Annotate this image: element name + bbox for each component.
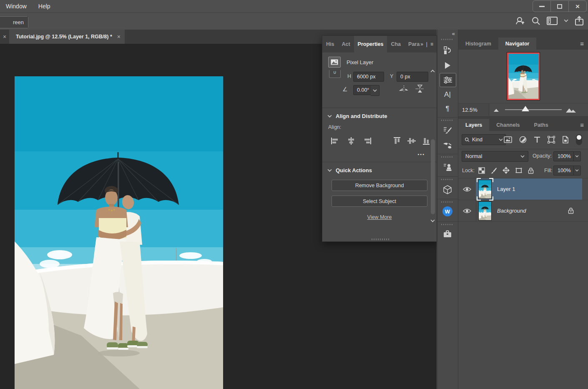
zoom-in-icon[interactable] — [565, 106, 576, 113]
fill-input[interactable]: 100% — [553, 166, 581, 176]
libraries-panel-icon[interactable] — [440, 227, 455, 241]
tab-overflow-icon[interactable]: » — [420, 41, 423, 47]
align-more-options-icon[interactable]: ••• — [322, 145, 437, 157]
navigator-proxy-view[interactable] — [507, 53, 540, 100]
clone-source-panel-icon[interactable] — [440, 161, 455, 174]
filter-adjustment-layers-icon[interactable] — [519, 136, 527, 143]
lock-transparency-icon[interactable] — [478, 167, 485, 174]
dock-grip[interactable] — [441, 224, 454, 225]
expand-panels-icon[interactable]: « — [452, 30, 455, 37]
blend-mode-dropdown[interactable]: Normal — [462, 151, 528, 162]
flip-horizontal-icon[interactable] — [399, 85, 409, 93]
share-profile-icon[interactable] — [515, 16, 525, 26]
paragraph-panel-icon[interactable]: ¶ — [440, 102, 455, 115]
align-bottom-icon[interactable] — [422, 137, 430, 145]
scrollbar-thumb[interactable] — [431, 139, 435, 214]
lock-all-icon[interactable] — [528, 167, 534, 174]
zoom-slider-track[interactable] — [505, 109, 562, 110]
layers-menu-icon[interactable]: ≡ — [580, 121, 584, 128]
restore-button[interactable] — [550, 1, 568, 12]
minimize-button[interactable] — [533, 1, 550, 12]
scroll-down-icon[interactable] — [430, 219, 435, 223]
navigator-menu-icon[interactable]: ≡ — [580, 40, 584, 47]
fit-screen-button-partial[interactable]: reen — [0, 16, 28, 28]
opacity-input[interactable]: 100% — [553, 151, 581, 161]
align-left-icon[interactable] — [331, 137, 340, 145]
align-right-icon[interactable] — [362, 137, 372, 145]
properties-scrollbar[interactable] — [430, 69, 436, 223]
properties-panel-icon[interactable] — [440, 73, 456, 87]
align-section-header[interactable]: Align and Distribute — [322, 108, 437, 121]
filter-smart-objects-icon[interactable] — [562, 136, 569, 143]
filter-shape-layers-icon[interactable] — [548, 136, 555, 143]
dock-grip[interactable] — [441, 179, 454, 180]
filter-kind-dropdown[interactable]: Kind — [462, 134, 506, 145]
view-more-link[interactable]: View More — [322, 214, 437, 220]
tab-channels[interactable]: Cha — [387, 36, 405, 53]
dock-grip[interactable] — [441, 156, 454, 158]
filter-toggle-switch[interactable] — [576, 134, 582, 145]
layer-row-layer1[interactable]: Layer 1 — [458, 178, 588, 200]
panel-resize-grip[interactable] — [372, 238, 389, 240]
scroll-up-icon[interactable] — [430, 69, 435, 73]
lock-artboard-icon[interactable] — [515, 167, 523, 174]
y-input[interactable]: 0 px — [397, 72, 428, 82]
3d-panel-icon[interactable] — [440, 183, 455, 196]
document-tab-close-icon[interactable]: × — [117, 33, 121, 40]
hidden-tab-close-icon[interactable]: × — [0, 30, 9, 44]
height-input[interactable]: 6000 px — [353, 72, 384, 82]
close-button[interactable]: × — [568, 1, 586, 12]
zoom-out-icon[interactable] — [493, 107, 501, 112]
character-panel-icon[interactable]: A| — [440, 88, 455, 101]
filter-pixel-layers-icon[interactable] — [504, 136, 512, 143]
brush-settings-panel-icon[interactable] — [440, 124, 455, 137]
align-center-horizontal-icon[interactable] — [347, 137, 356, 145]
select-subject-button[interactable]: Select Subject — [332, 196, 427, 207]
remove-background-button[interactable]: Remove Background — [332, 180, 427, 191]
layer1-name[interactable]: Layer 1 — [497, 186, 515, 192]
layer1-visibility-toggle[interactable] — [458, 178, 476, 200]
brushes-panel-icon[interactable] — [440, 139, 455, 152]
menu-help[interactable]: Help — [33, 0, 56, 13]
lock-position-icon[interactable] — [503, 167, 510, 174]
properties-menu-icon[interactable]: ≡ — [430, 41, 433, 47]
quick-actions-header[interactable]: Quick Actions — [322, 162, 437, 175]
link-dimensions-icon[interactable]: ∪ — [329, 70, 341, 78]
document-tab[interactable]: Tutorial.jpg @ 12.5% (Layer 1, RGB/8) * … — [9, 30, 125, 44]
tab-properties[interactable]: Properties — [354, 36, 387, 53]
tab-history[interactable]: His — [322, 36, 338, 53]
menu-window[interactable]: Window — [0, 0, 33, 13]
background-thumbnail[interactable] — [479, 202, 491, 220]
history-panel-icon[interactable] — [440, 44, 455, 57]
workspace-chevron-icon[interactable] — [564, 19, 568, 23]
layer-row-background[interactable]: Background — [458, 200, 588, 222]
tab-layers[interactable]: Layers — [458, 119, 489, 131]
tab-histogram[interactable]: Histogram — [458, 38, 498, 50]
flip-vertical-icon[interactable] — [415, 84, 425, 93]
options-toolbar: reen — [0, 13, 588, 30]
navigator-zoom-input[interactable]: 12.5% — [458, 103, 489, 116]
search-icon[interactable] — [531, 16, 540, 25]
align-top-icon[interactable] — [393, 137, 401, 145]
dock-grip[interactable] — [441, 120, 454, 121]
zoom-slider-thumb[interactable] — [522, 106, 529, 111]
layer1-thumbnail[interactable] — [479, 180, 491, 198]
angle-dropdown-button[interactable] — [371, 85, 379, 96]
share-export-icon[interactable] — [575, 16, 584, 26]
background-name[interactable]: Background — [497, 208, 526, 214]
tab-actions[interactable]: Act — [338, 36, 354, 53]
fill-dropdown-icon[interactable] — [573, 166, 580, 175]
lock-pixels-icon[interactable] — [490, 167, 497, 174]
tab-navigator[interactable]: Navigator — [498, 38, 537, 50]
tab-channels[interactable]: Channels — [489, 119, 527, 131]
dock-grip[interactable] — [441, 201, 454, 203]
background-visibility-toggle[interactable] — [458, 200, 476, 221]
tab-paths[interactable]: Paths — [527, 119, 555, 131]
actions-panel-icon[interactable] — [440, 59, 455, 72]
dock-grip[interactable] — [441, 39, 454, 40]
opacity-dropdown-icon[interactable] — [573, 152, 580, 161]
w-plugin-panel-icon[interactable]: W — [440, 205, 455, 218]
workspace-switcher-icon[interactable] — [547, 17, 558, 25]
align-middle-vertical-icon[interactable] — [407, 137, 416, 145]
filter-type-layers-icon[interactable] — [534, 136, 540, 143]
